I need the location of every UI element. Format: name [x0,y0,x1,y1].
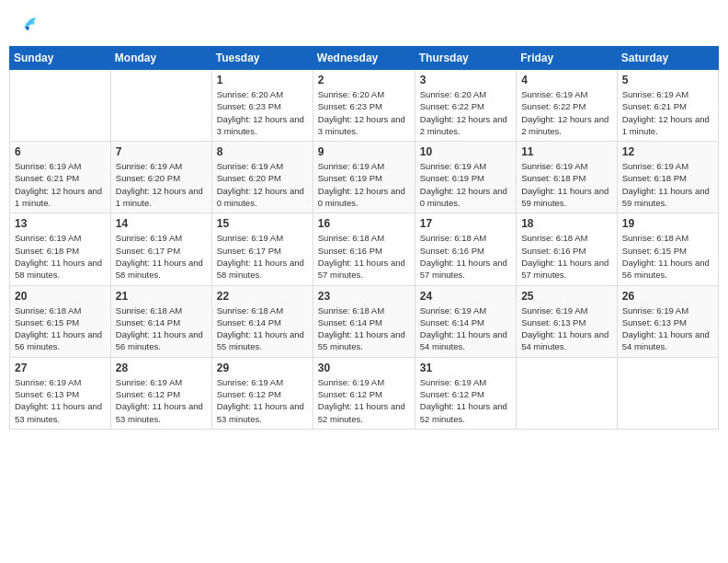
calendar-cell: 4Sunrise: 6:19 AM Sunset: 6:22 PM Daylig… [517,70,618,142]
day-info: Sunrise: 6:19 AM Sunset: 6:12 PM Dayligh… [116,376,207,425]
calendar-cell: 21Sunrise: 6:18 AM Sunset: 6:14 PM Dayli… [110,285,211,357]
calendar-cell: 25Sunrise: 6:19 AM Sunset: 6:13 PM Dayli… [517,285,618,357]
day-number: 9 [318,145,410,158]
calendar-cell: 30Sunrise: 6:19 AM Sunset: 6:12 PM Dayli… [313,357,415,429]
calendar-cell: 10Sunrise: 6:19 AM Sunset: 6:19 PM Dayli… [415,142,516,213]
day-info: Sunrise: 6:19 AM Sunset: 6:12 PM Dayligh… [217,376,308,425]
day-info: Sunrise: 6:19 AM Sunset: 6:19 PM Dayligh… [318,160,410,209]
day-info: Sunrise: 6:18 AM Sunset: 6:15 PM Dayligh… [622,232,713,281]
day-number: 28 [116,362,207,374]
calendar-cell: 31Sunrise: 6:19 AM Sunset: 6:12 PM Dayli… [415,357,516,429]
calendar-cell: 24Sunrise: 6:19 AM Sunset: 6:14 PM Dayli… [415,285,516,357]
day-number: 17 [420,217,511,230]
day-info: Sunrise: 6:18 AM Sunset: 6:14 PM Dayligh… [318,304,410,353]
weekday-header-wednesday: Wednesday [313,47,415,70]
day-number: 10 [420,145,511,158]
calendar-cell: 16Sunrise: 6:18 AM Sunset: 6:16 PM Dayli… [313,213,415,285]
calendar-table: SundayMondayTuesdayWednesdayThursdayFrid… [9,46,719,430]
day-info: Sunrise: 6:18 AM Sunset: 6:15 PM Dayligh… [15,304,106,353]
day-number: 16 [318,217,410,230]
day-number: 1 [217,74,308,86]
day-number: 22 [217,290,308,303]
day-number: 25 [521,290,612,303]
calendar-cell: 27Sunrise: 6:19 AM Sunset: 6:13 PM Dayli… [10,357,111,429]
weekday-header-friday: Friday [517,47,618,70]
day-number: 3 [420,74,511,86]
day-info: Sunrise: 6:19 AM Sunset: 6:17 PM Dayligh… [217,232,308,281]
day-number: 11 [521,145,612,158]
weekday-header-tuesday: Tuesday [211,47,313,70]
day-number: 30 [318,362,410,374]
calendar-week-row: 1Sunrise: 6:20 AM Sunset: 6:23 PM Daylig… [10,70,719,142]
day-number: 7 [116,145,207,158]
calendar-week-row: 27Sunrise: 6:19 AM Sunset: 6:13 PM Dayli… [10,357,719,429]
day-info: Sunrise: 6:19 AM Sunset: 6:22 PM Dayligh… [521,88,612,137]
calendar-cell [10,70,111,142]
day-number: 13 [15,217,106,230]
day-info: Sunrise: 6:19 AM Sunset: 6:13 PM Dayligh… [622,304,713,353]
calendar-cell: 6Sunrise: 6:19 AM Sunset: 6:21 PM Daylig… [10,142,111,213]
calendar-cell: 9Sunrise: 6:19 AM Sunset: 6:19 PM Daylig… [313,142,415,213]
calendar-cell: 3Sunrise: 6:20 AM Sunset: 6:22 PM Daylig… [415,70,516,142]
weekday-header-saturday: Saturday [617,47,718,70]
day-number: 15 [217,217,308,230]
day-number: 24 [420,290,511,303]
day-info: Sunrise: 6:18 AM Sunset: 6:16 PM Dayligh… [521,232,612,281]
calendar-cell: 18Sunrise: 6:18 AM Sunset: 6:16 PM Dayli… [517,213,618,285]
page-header [9,9,719,39]
day-info: Sunrise: 6:19 AM Sunset: 6:18 PM Dayligh… [622,160,713,209]
calendar-cell [517,357,618,429]
day-info: Sunrise: 6:20 AM Sunset: 6:23 PM Dayligh… [217,88,308,137]
weekday-header-thursday: Thursday [415,47,516,70]
calendar-header-row: SundayMondayTuesdayWednesdayThursdayFrid… [10,47,719,70]
day-info: Sunrise: 6:20 AM Sunset: 6:23 PM Dayligh… [318,88,410,137]
calendar-cell: 26Sunrise: 6:19 AM Sunset: 6:13 PM Dayli… [617,285,718,357]
day-number: 2 [318,74,410,86]
logo [15,13,40,35]
calendar-cell: 1Sunrise: 6:20 AM Sunset: 6:23 PM Daylig… [211,70,313,142]
day-info: Sunrise: 6:19 AM Sunset: 6:12 PM Dayligh… [420,376,511,425]
calendar-cell: 20Sunrise: 6:18 AM Sunset: 6:15 PM Dayli… [10,285,111,357]
day-number: 29 [217,362,308,374]
day-number: 20 [15,290,106,303]
calendar-week-row: 20Sunrise: 6:18 AM Sunset: 6:15 PM Dayli… [10,285,719,357]
weekday-header-sunday: Sunday [10,47,111,70]
day-number: 23 [318,290,410,303]
day-info: Sunrise: 6:19 AM Sunset: 6:20 PM Dayligh… [217,160,308,209]
day-number: 26 [622,290,713,303]
logo-bird-icon [18,13,40,35]
day-number: 6 [15,145,106,158]
day-number: 21 [116,290,207,303]
calendar-cell: 22Sunrise: 6:18 AM Sunset: 6:14 PM Dayli… [211,285,313,357]
calendar-cell: 13Sunrise: 6:19 AM Sunset: 6:18 PM Dayli… [10,213,111,285]
day-info: Sunrise: 6:20 AM Sunset: 6:22 PM Dayligh… [420,88,511,137]
day-number: 31 [420,362,511,374]
calendar-cell: 14Sunrise: 6:19 AM Sunset: 6:17 PM Dayli… [110,213,211,285]
calendar-week-row: 6Sunrise: 6:19 AM Sunset: 6:21 PM Daylig… [10,142,719,213]
day-number: 19 [622,217,713,230]
day-info: Sunrise: 6:18 AM Sunset: 6:14 PM Dayligh… [217,304,308,353]
day-number: 18 [521,217,612,230]
calendar-week-row: 13Sunrise: 6:19 AM Sunset: 6:18 PM Dayli… [10,213,719,285]
day-info: Sunrise: 6:18 AM Sunset: 6:16 PM Dayligh… [318,232,410,281]
calendar-cell: 28Sunrise: 6:19 AM Sunset: 6:12 PM Dayli… [110,357,211,429]
day-info: Sunrise: 6:19 AM Sunset: 6:21 PM Dayligh… [15,160,106,209]
day-info: Sunrise: 6:19 AM Sunset: 6:13 PM Dayligh… [521,304,612,353]
calendar-cell: 23Sunrise: 6:18 AM Sunset: 6:14 PM Dayli… [313,285,415,357]
day-info: Sunrise: 6:19 AM Sunset: 6:18 PM Dayligh… [15,232,106,281]
day-number: 5 [622,74,713,86]
calendar-cell [617,357,718,429]
calendar-cell: 29Sunrise: 6:19 AM Sunset: 6:12 PM Dayli… [211,357,313,429]
calendar-cell: 15Sunrise: 6:19 AM Sunset: 6:17 PM Dayli… [211,213,313,285]
calendar-cell: 5Sunrise: 6:19 AM Sunset: 6:21 PM Daylig… [617,70,718,142]
calendar-cell: 17Sunrise: 6:18 AM Sunset: 6:16 PM Dayli… [415,213,516,285]
day-number: 4 [521,74,612,86]
calendar-cell [110,70,211,142]
day-info: Sunrise: 6:18 AM Sunset: 6:14 PM Dayligh… [116,304,207,353]
calendar-cell: 8Sunrise: 6:19 AM Sunset: 6:20 PM Daylig… [211,142,313,213]
day-info: Sunrise: 6:19 AM Sunset: 6:13 PM Dayligh… [15,376,106,425]
day-info: Sunrise: 6:19 AM Sunset: 6:14 PM Dayligh… [420,304,511,353]
day-info: Sunrise: 6:19 AM Sunset: 6:21 PM Dayligh… [622,88,713,137]
day-number: 8 [217,145,308,158]
weekday-header-monday: Monday [110,47,211,70]
